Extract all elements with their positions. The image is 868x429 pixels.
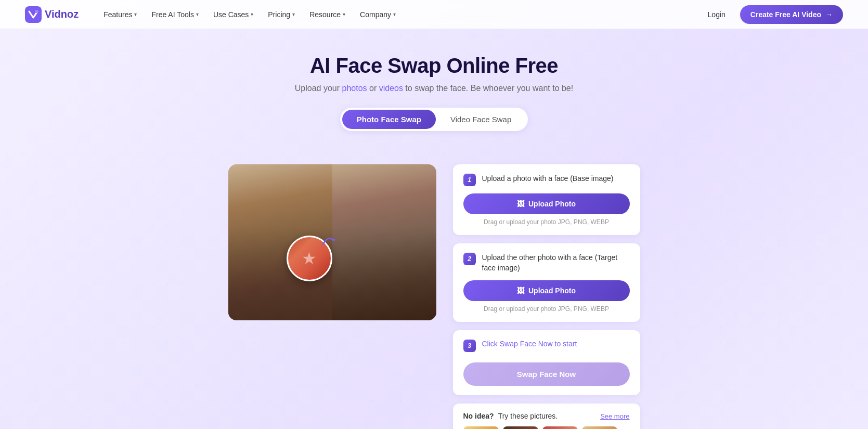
- login-button[interactable]: Login: [702, 6, 732, 23]
- upload-photo-icon: 🖼: [517, 200, 524, 208]
- step-1-card: 1 Upload a photo with a face (Base image…: [453, 164, 640, 235]
- swap-arrow-icon: [318, 230, 339, 254]
- step-2-title: Upload the other photo with a face (Targ…: [482, 253, 630, 273]
- demo-image-container: [228, 164, 436, 320]
- nav-pricing[interactable]: Pricing ▾: [262, 6, 301, 23]
- sample-pictures-card: No idea? Try these pictures. See more: [453, 404, 640, 429]
- upload-target-hint: Drag or upload your photo JPG, PNG, WEBP: [463, 305, 630, 313]
- step-1-number: 1: [463, 174, 476, 186]
- logo-link[interactable]: Vidnoz: [25, 6, 79, 23]
- sample-image-3[interactable]: [542, 426, 578, 429]
- chevron-down-icon: ▾: [251, 11, 253, 17]
- no-idea-label: No idea?: [463, 412, 494, 420]
- create-free-ai-video-button[interactable]: Create Free AI Video →: [740, 5, 843, 24]
- step-3-title: Click Swap Face Now to start: [482, 340, 577, 348]
- sample-header-left: No idea? Try these pictures.: [463, 412, 558, 420]
- step-3-number: 3: [463, 340, 476, 352]
- nav-right: Login Create Free AI Video →: [702, 5, 843, 24]
- sample-images-row: [463, 426, 630, 429]
- tab-photo-face-swap[interactable]: Photo Face Swap: [342, 110, 436, 129]
- chevron-down-icon: ▾: [196, 11, 199, 17]
- step-2-card: 2 Upload the other photo with a face (Ta…: [453, 243, 640, 322]
- step-2-header: 2 Upload the other photo with a face (Ta…: [463, 253, 630, 273]
- portrait-swapped: [332, 164, 436, 320]
- logo-text: Vidnoz: [45, 8, 79, 20]
- main-content: 1 Upload a photo with a face (Base image…: [122, 164, 746, 429]
- chevron-down-icon: ▾: [393, 11, 396, 17]
- tab-switcher: Photo Face Swap Video Face Swap: [340, 108, 528, 131]
- demo-swapped-half: [332, 164, 436, 320]
- upload-base-photo-button[interactable]: 🖼 Upload Photo: [463, 193, 630, 214]
- swap-face-now-button[interactable]: Swap Face Now: [463, 362, 630, 386]
- sample-image-4[interactable]: [582, 426, 617, 429]
- sample-image-2[interactable]: [503, 426, 538, 429]
- arrow-right-icon: →: [825, 10, 833, 19]
- steps-panel: 1 Upload a photo with a face (Base image…: [453, 164, 640, 429]
- nav-links: Features ▾ Free AI Tools ▾ Use Cases ▾ P…: [97, 6, 701, 23]
- see-more-link[interactable]: See more: [600, 412, 629, 420]
- nav-free-ai-tools[interactable]: Free AI Tools ▾: [145, 6, 204, 23]
- svg-rect-0: [25, 6, 42, 23]
- nav-features[interactable]: Features ▾: [97, 6, 143, 23]
- navbar: Vidnoz Features ▾ Free AI Tools ▾ Use Ca…: [0, 0, 868, 29]
- upload-base-hint: Drag or upload your photo JPG, PNG, WEBP: [463, 218, 630, 226]
- sample-image-1[interactable]: [463, 426, 499, 429]
- try-label: Try these pictures.: [498, 412, 558, 420]
- page-title: AI Face Swap Online Free: [12, 54, 856, 77]
- upload-target-photo-button[interactable]: 🖼 Upload Photo: [463, 280, 630, 301]
- nav-use-cases[interactable]: Use Cases ▾: [207, 6, 260, 23]
- logo-icon: [25, 6, 42, 23]
- step-1-header: 1 Upload a photo with a face (Base image…: [463, 174, 630, 186]
- tab-video-face-swap[interactable]: Video Face Swap: [436, 110, 526, 129]
- hero-subtitle: Upload your photos or videos to swap the…: [12, 84, 856, 93]
- hero-section: AI Face Swap Online Free Upload your pho…: [0, 29, 868, 164]
- chevron-down-icon: ▾: [292, 11, 295, 17]
- nav-resource[interactable]: Resource ▾: [303, 6, 352, 23]
- step-2-number: 2: [463, 253, 476, 265]
- step-3-header: 3 Click Swap Face Now to start: [463, 340, 630, 355]
- svg-point-1: [35, 10, 38, 13]
- nav-company[interactable]: Company ▾: [354, 6, 402, 23]
- chevron-down-icon: ▾: [134, 11, 137, 17]
- sample-header: No idea? Try these pictures. See more: [463, 412, 630, 420]
- chevron-down-icon: ▾: [343, 11, 345, 17]
- step-1-title: Upload a photo with a face (Base image): [482, 174, 614, 184]
- step-3-card: 3 Click Swap Face Now to start Swap Face…: [453, 330, 640, 395]
- upload-photo-icon-2: 🖼: [517, 287, 524, 295]
